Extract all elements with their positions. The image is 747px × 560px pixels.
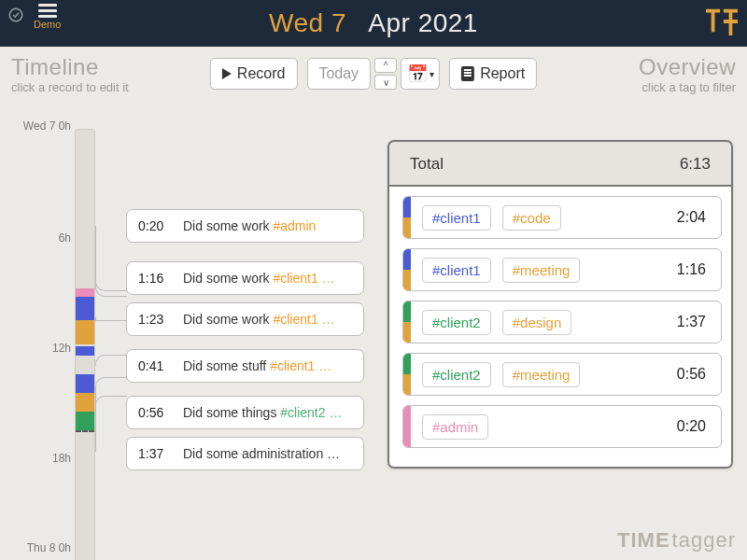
now-marker [76, 430, 94, 432]
nav-up-button[interactable]: ^ [374, 58, 397, 73]
menu-button[interactable] [38, 4, 57, 18]
tag-chip[interactable]: #client1 [422, 258, 491, 283]
calendar-button[interactable]: 📅 ▾ [401, 58, 440, 90]
tag-row-stripes [403, 249, 411, 290]
today-label: Today [318, 65, 359, 82]
record-label: Record [237, 65, 286, 82]
tag-chip[interactable]: #client2 [422, 310, 491, 335]
demo-label: Demo [34, 19, 61, 30]
sync-status-icon [7, 7, 24, 27]
toolbar: Timeline click a record to edit it Recor… [0, 47, 747, 101]
tag-row-stripes [403, 301, 411, 343]
overview-panel: Total 6:13 #client1#code2:04#client1#mee… [388, 140, 733, 469]
footer-brand: TIMEtagger [617, 528, 736, 553]
axis-tick: 12h [15, 342, 71, 355]
topbar: Demo Wed 7 Apr 2021 [0, 0, 747, 47]
tag-row-duration: 1:37 [677, 314, 706, 330]
date-day: Wed 7 [269, 8, 346, 37]
timeline-heading: Timeline click a record to edit it [11, 54, 129, 94]
record-card[interactable]: 1:37 Did some administration … [126, 437, 364, 470]
report-icon [461, 66, 474, 81]
report-button[interactable]: Report [449, 58, 537, 90]
report-label: Report [480, 65, 525, 82]
record-duration: 0:20 [138, 218, 183, 233]
axis-tick: Thu 8 0h [15, 541, 71, 554]
tag-chip[interactable]: #admin [422, 414, 488, 440]
axis-tick: Wed 7 0h [15, 119, 71, 133]
overview-tag-row[interactable]: #client1#meeting1:16 [402, 248, 722, 291]
brand-time: TIME [617, 528, 670, 553]
record-duration: 0:56 [138, 405, 183, 420]
overview-title: Overview [639, 54, 736, 80]
main-area: Wed 7 0h 6h 12h 18h Thu 8 0h 0:20 Did so… [0, 101, 747, 560]
brand-tagger: tagger [672, 528, 736, 553]
app-logo-icon [704, 24, 740, 40]
overview-heading: Overview click a tag to filter [639, 54, 736, 94]
svg-point-0 [9, 8, 22, 21]
chevron-up-icon: ^ [384, 61, 388, 71]
overview-total-row: Total 6:13 [389, 142, 731, 185]
tag-row-stripes [403, 354, 411, 395]
today-button[interactable]: Today [306, 58, 371, 90]
overview-tag-row[interactable]: #client1#code2:04 [402, 196, 722, 239]
record-card[interactable]: 1:23 Did some work #client1 … [126, 302, 364, 336]
record-desc: Did some work #client1 … [183, 312, 352, 327]
tag-chip[interactable]: #code [502, 205, 561, 231]
record-desc: Did some work #client1 … [183, 271, 352, 286]
record-desc: Did some administration … [183, 446, 352, 461]
record-card[interactable]: 1:16 Did some work #client1 … [126, 261, 364, 295]
tag-row-stripes [403, 197, 411, 238]
record-duration: 1:37 [138, 446, 183, 461]
timeline-subtitle: click a record to edit it [11, 80, 129, 94]
total-value: 6:13 [680, 155, 711, 174]
record-card[interactable]: 0:41 Did some stuff #client1 … [126, 349, 364, 383]
chevron-down-icon: ∨ [383, 77, 389, 88]
date-month-year: Apr 2021 [368, 8, 478, 37]
tag-chip[interactable]: #meeting [502, 362, 581, 387]
record-desc: Did some things #client2 … [183, 405, 352, 420]
overview-tag-row[interactable]: #admin0:20 [402, 405, 722, 448]
overview-tag-row[interactable]: #client2#design1:37 [402, 301, 722, 343]
tag-row-duration: 0:56 [677, 366, 706, 383]
date-nav-group: Today ^ ∨ 📅 ▾ [306, 58, 440, 90]
tag-chip[interactable]: #client2 [422, 362, 491, 387]
timeline-rail[interactable] [75, 129, 95, 560]
record-button[interactable]: Record [210, 58, 298, 90]
record-duration: 1:16 [138, 271, 183, 286]
total-label: Total [410, 155, 444, 174]
timeline-title: Timeline [11, 54, 129, 80]
tag-chip[interactable]: #client1 [422, 205, 491, 231]
record-duration: 1:23 [138, 312, 183, 327]
caret-down-icon: ▾ [430, 69, 434, 79]
record-duration: 0:41 [138, 358, 183, 373]
overview-tag-row[interactable]: #client2#meeting0:56 [402, 353, 722, 396]
calendar-icon: 📅 [407, 63, 428, 84]
tag-row-stripes [403, 406, 411, 447]
tag-row-duration: 0:20 [677, 418, 706, 435]
tag-chip[interactable]: #meeting [502, 258, 581, 283]
nav-down-button[interactable]: ∨ [374, 75, 397, 90]
record-desc: Did some work #admin [183, 218, 352, 233]
record-card[interactable]: 0:20 Did some work #admin [126, 209, 364, 243]
date-title: Wed 7 Apr 2021 [269, 8, 478, 38]
overview-tag-list: #client1#code2:04#client1#meeting1:16#cl… [389, 185, 731, 467]
axis-tick: 6h [15, 231, 71, 245]
axis-tick: 18h [15, 452, 71, 465]
tag-row-duration: 1:16 [677, 261, 706, 278]
timeline-axis: Wed 7 0h 6h 12h 18h Thu 8 0h [9, 101, 75, 560]
record-desc: Did some stuff #client1 … [183, 358, 352, 373]
tag-chip[interactable]: #design [502, 310, 572, 335]
play-icon [222, 68, 232, 79]
overview-subtitle: click a tag to filter [639, 80, 736, 94]
record-card[interactable]: 0:56 Did some things #client2 … [126, 396, 364, 429]
tag-row-duration: 2:04 [677, 209, 706, 226]
